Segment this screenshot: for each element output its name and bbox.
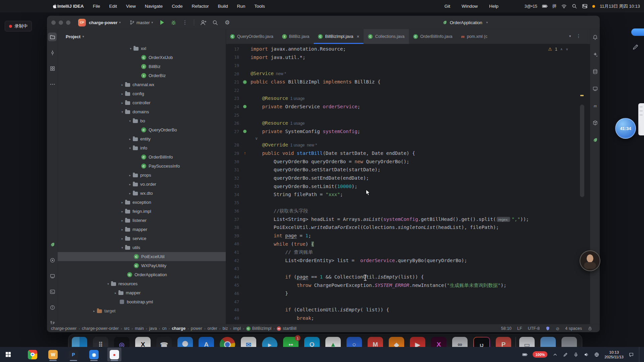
terminal-tool-button[interactable]	[48, 287, 57, 296]
code-fold-line[interactable]: ∨	[226, 136, 590, 141]
code-line-36[interactable]: 36 //获取表头字段	[226, 207, 590, 215]
code-line-49[interactable]: 49 break;	[226, 314, 590, 322]
line-number[interactable]: 20	[226, 71, 239, 76]
project-panel-header[interactable]: Project ▾	[58, 29, 226, 44]
editor-scrollbar[interactable]	[580, 105, 584, 197]
line-number[interactable]: 18	[226, 55, 239, 60]
start-button[interactable]	[0, 347, 16, 362]
tab-QueryOrderBo.java[interactable]: CQueryOrderBo.java	[226, 29, 278, 44]
tab-options-button[interactable]: ⋮	[576, 33, 581, 39]
menu-view[interactable]: View	[126, 4, 136, 9]
breadcrumb-item-cn[interactable]: cn	[162, 326, 166, 331]
tree-item-info[interactable]: ▾info	[58, 143, 226, 153]
tree-item-xxl[interactable]: ▾xxl	[58, 44, 226, 53]
battery-icon[interactable]	[542, 3, 548, 9]
chevron-right-icon[interactable]: ▸	[91, 309, 97, 313]
tab-pom.xml (c[interactable]: mpom.xml (c	[457, 29, 492, 44]
chevron-right-icon[interactable]: ▸	[119, 210, 125, 213]
device-manager-button[interactable]	[591, 84, 599, 93]
taskbar-clock[interactable]: 10:13 2025/11/13	[604, 350, 624, 359]
tree-item-controller[interactable]: ▸controller	[58, 98, 226, 107]
menu-window[interactable]: Window	[462, 4, 478, 9]
database-tool-button[interactable]	[591, 67, 599, 75]
pen-tray-icon[interactable]	[563, 352, 568, 357]
code-line-21[interactable]: 21public class BillBizImpl implements Bi…	[226, 78, 590, 86]
notifications-button[interactable]	[591, 33, 599, 41]
chevron-down-icon[interactable]: ▾	[127, 119, 133, 123]
chevron-right-icon[interactable]: ▸	[127, 192, 133, 195]
code-line-42[interactable]: 42 List<OrderEntity> list = orderService…	[226, 256, 590, 265]
code-line-47[interactable]: 47	[226, 298, 590, 306]
code-line-45[interactable]: 45 throw ChargePowerException.SYSTEM_ERR…	[226, 281, 590, 290]
chevron-down-icon[interactable]: ▾	[128, 47, 133, 50]
build-tool-button[interactable]	[48, 272, 57, 280]
next-warning-button[interactable]: ∨	[566, 47, 568, 51]
line-number[interactable]: 23	[226, 96, 239, 101]
taskbar-app-screen-recorder[interactable]: ●	[107, 348, 121, 361]
breadcrumb-item-charge-power-order[interactable]: charge-power-order	[82, 326, 119, 331]
search-icon[interactable]	[572, 3, 577, 9]
tree-item-QueryOrderBo[interactable]: CQueryOrderBo	[58, 125, 226, 134]
line-number[interactable]: 27	[226, 129, 239, 134]
spring-tool-button[interactable]	[48, 240, 57, 249]
breadcrumb-item-charge[interactable]: charge	[172, 326, 185, 331]
taskbar-app-chrome[interactable]	[25, 348, 40, 361]
line-number[interactable]: 19	[226, 63, 239, 68]
notification-center-icon[interactable]	[629, 352, 634, 357]
line-number[interactable]: 30	[226, 159, 239, 164]
spring-bean-icon[interactable]	[243, 130, 247, 133]
hidden-tabs-chevron[interactable]: ▾	[569, 34, 571, 38]
more-actions-button[interactable]: ⋮	[182, 19, 188, 25]
line-number[interactable]: 47	[226, 299, 239, 304]
tree-item-utils[interactable]: ▾utils	[58, 243, 226, 252]
menu-build[interactable]: Build	[218, 4, 228, 9]
code-line-35[interactable]: 35	[226, 199, 590, 207]
tree-item-entity[interactable]: ▸entity	[58, 134, 226, 143]
tree-item-vo.order[interactable]: ▸vo.order	[58, 180, 226, 189]
breadcrumb-item-biz[interactable]: biz	[222, 326, 228, 331]
taskbar-app-dark-p-app[interactable]: P	[66, 348, 80, 361]
code-with-me-button[interactable]	[200, 19, 206, 26]
tab-BillBizImpl.java[interactable]: CBillBizImpl.java×	[314, 29, 364, 44]
line-number[interactable]: 22	[226, 88, 239, 93]
project-name[interactable]: charge-power	[89, 20, 117, 25]
line-number[interactable]: 36	[226, 208, 239, 214]
tree-item-PoiExcelUtil[interactable]: CPoiExcelUtil	[58, 252, 226, 261]
maven-tool-button[interactable]: m	[591, 102, 599, 110]
code-line-39[interactable]: 39 int page = 1;	[226, 232, 590, 240]
code-line-48[interactable]: 48 if (CollectionUtil.isEmpty( list)) {	[226, 306, 590, 314]
tree-item-props[interactable]: ▸props	[58, 171, 226, 180]
code-line-19[interactable]: 19	[226, 61, 590, 70]
code-line-46[interactable]: 46 }	[226, 289, 590, 298]
line-number[interactable]: 32	[226, 176, 239, 181]
more-tools-button[interactable]	[48, 80, 57, 88]
collapsed-panel[interactable]	[638, 103, 644, 135]
chevron-right-icon[interactable]: ▸	[119, 83, 125, 86]
highlighting-off-icon[interactable]: ⊘	[556, 326, 559, 331]
line-number[interactable]: 46	[226, 291, 239, 296]
pen-tool-icon[interactable]	[632, 43, 639, 51]
line-number[interactable]: 45	[226, 283, 239, 288]
problems-tool-button[interactable]	[48, 303, 57, 312]
battery-badge[interactable]: 100%	[533, 351, 547, 358]
line-number[interactable]: 37	[226, 217, 239, 222]
zoom-window-button[interactable]	[66, 20, 70, 25]
code-line-33[interactable]: 33 queryOrderBo.setLimit(10000);	[226, 182, 590, 191]
project-tool-button[interactable]	[48, 33, 57, 41]
chevron-right-icon[interactable]: ▸	[119, 228, 125, 231]
inspections-widget[interactable]: ⚠ 1 ∧ ∨	[548, 47, 568, 52]
project-badge[interactable]: CP	[78, 19, 86, 26]
chevron-right-icon[interactable]: ▸	[119, 237, 125, 240]
gutter[interactable]: ↑	[239, 151, 251, 155]
tree-item-OrderXxlJob[interactable]: COrderXxlJob	[58, 53, 226, 62]
debug-button[interactable]	[171, 20, 176, 25]
breadcrumb-item-src[interactable]: src	[124, 326, 130, 331]
chevron-down-icon[interactable]: ▾	[105, 282, 111, 286]
commit-tool-button[interactable]	[48, 48, 57, 57]
code-line-27[interactable]: 27 private SystemConfig systemConfig;	[226, 127, 590, 136]
tree-item-feign.impl[interactable]: ▸feign.impl	[58, 207, 226, 216]
tree-item-target[interactable]: ▸target	[58, 306, 226, 315]
show-desktop-button[interactable]	[639, 347, 641, 362]
chevron-right-icon[interactable]: ▸	[127, 137, 133, 141]
tree-item-PaySuccessInfo[interactable]: CPaySuccessInfo	[58, 162, 226, 171]
